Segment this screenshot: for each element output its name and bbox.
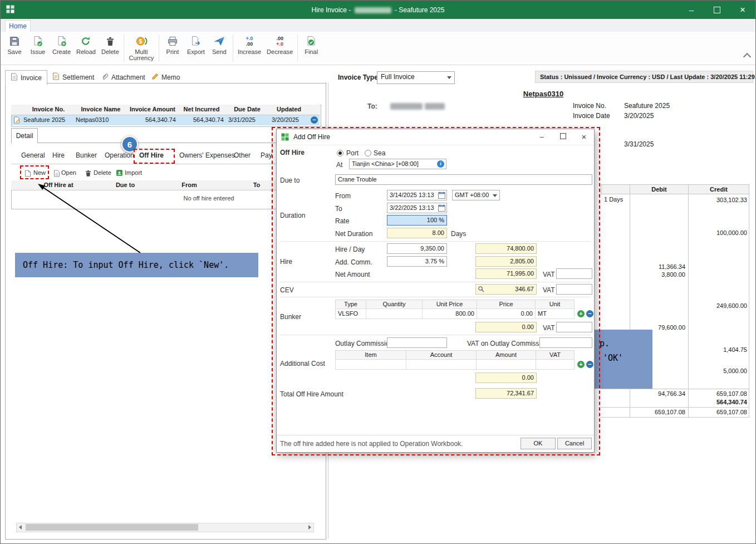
invoice-type-select[interactable]: Full Invoice xyxy=(377,71,455,84)
col-invoice-amount[interactable]: Invoice Amount xyxy=(127,105,179,115)
ribbon-collapse-icon[interactable] xyxy=(743,53,751,61)
increase-decimal-button[interactable]: +.0.00 Increase xyxy=(235,32,264,65)
subtab-pay[interactable]: Pay xyxy=(261,151,272,159)
redacted-recipient xyxy=(425,103,445,110)
subtab-other[interactable]: Other xyxy=(234,151,251,159)
col-invoice-no[interactable]: Invoice No. xyxy=(22,105,75,115)
send-label: Send xyxy=(212,49,227,55)
memo-tab-label: Memo xyxy=(161,73,180,81)
decrease-decimal-button[interactable]: .00+.0 Decrease xyxy=(264,32,296,65)
balance-value: 564,340.74 xyxy=(690,399,747,405)
ribbon-separator xyxy=(297,35,298,62)
col-invoice-name[interactable]: Invoice Name xyxy=(75,105,127,115)
decrease-label: Decrease xyxy=(267,49,293,55)
invoice-tab-label: Invoice xyxy=(21,74,42,82)
subtab-owners-expenses[interactable]: Owners' Expenses xyxy=(179,151,235,159)
table-row[interactable]: Seafuture 2025 Netpas0310 564,340.74 564… xyxy=(12,115,320,125)
maximize-button[interactable] xyxy=(704,1,730,19)
callout-ok-line2: 'OK' xyxy=(603,353,623,363)
paperclip-icon xyxy=(101,72,109,82)
col-due-to[interactable]: Due to xyxy=(95,180,156,190)
collapse-row-icon[interactable]: − xyxy=(311,116,318,124)
preview-doc-title: Netpas0310 xyxy=(502,90,585,98)
send-button[interactable]: Send xyxy=(208,32,231,65)
preview-col-debit: Debit xyxy=(630,184,689,194)
reload-button[interactable]: Reload xyxy=(73,32,99,65)
col-from[interactable]: From xyxy=(156,180,223,190)
delete-row-button[interactable]: Delete xyxy=(94,169,111,176)
grid-line xyxy=(601,417,749,418)
scroll-right-icon[interactable] xyxy=(308,525,311,530)
horizontal-scrollbar[interactable] xyxy=(16,523,314,532)
debit-grand-total: 659,107.08 xyxy=(631,409,685,415)
invoice-type-label: Invoice Type xyxy=(338,73,378,81)
multi-currency-label: Multi Currency xyxy=(129,49,154,61)
ribbon-separator xyxy=(124,35,124,62)
callout-ok-line1: p. xyxy=(600,339,610,349)
row-indicator-header xyxy=(11,180,23,190)
window-title: Hire Invoice - - Seafuture 2025 xyxy=(1,6,755,14)
credit-total: 659,107.08 xyxy=(690,390,747,397)
open-icon xyxy=(53,170,60,179)
close-button[interactable]: × xyxy=(730,1,755,19)
create-button[interactable]: Create xyxy=(50,32,73,65)
chevron-down-icon xyxy=(447,76,451,79)
export-label: Export xyxy=(187,49,205,55)
credit-grand-total: 659,107.08 xyxy=(690,409,747,415)
ribbon-toolbar: Save Issue Create Reload Delete $ Multi … xyxy=(1,32,756,65)
create-label: Create xyxy=(52,49,71,55)
col-updated[interactable]: Updated xyxy=(269,105,309,115)
subtab-bunker[interactable]: Bunker xyxy=(76,151,97,159)
col-due-date[interactable]: Due Date xyxy=(225,105,270,115)
save-button[interactable]: Save xyxy=(3,32,26,65)
subtab-operation[interactable]: Operation xyxy=(105,151,134,159)
export-button[interactable]: Export xyxy=(184,32,208,65)
col-off-hire-at[interactable]: Off Hire at xyxy=(22,180,95,190)
reload-icon xyxy=(80,35,91,47)
grid-line xyxy=(688,184,689,417)
redacted-text xyxy=(355,7,391,13)
col-net-incurred[interactable]: Net Incurred xyxy=(178,105,225,115)
window-title-suffix: - Seafuture 2025 xyxy=(393,6,445,14)
delete-button[interactable]: Delete xyxy=(99,32,122,65)
tab-settlement[interactable]: Settlement xyxy=(47,70,99,84)
credit-value: 249,600.00 xyxy=(690,302,747,309)
tab-attachment[interactable]: Attachment xyxy=(96,70,150,84)
app-icon xyxy=(6,5,14,15)
delete-icon xyxy=(105,35,116,47)
grid-line xyxy=(749,184,749,417)
send-icon xyxy=(213,35,225,47)
print-button[interactable]: Print xyxy=(161,32,184,65)
save-label: Save xyxy=(7,49,21,55)
debit-value: 3,800.00 xyxy=(631,271,685,278)
trash-icon xyxy=(85,169,92,179)
tab-invoice[interactable]: Invoice xyxy=(5,70,47,85)
callout-off-hire: Off Hire: To input Off Hire, click `New'… xyxy=(15,253,258,277)
issue-button[interactable]: Issue xyxy=(26,32,50,65)
print-icon xyxy=(167,35,178,47)
preview-invoice-no: Seafuture 2025 xyxy=(624,102,670,110)
debit-value: 11,366.34 xyxy=(631,263,685,270)
invoice-tab-icon xyxy=(11,73,18,82)
scroll-left-icon[interactable] xyxy=(19,525,22,530)
preview-due-date: 3/31/2025 xyxy=(624,140,654,148)
decrease-decimal-icon: .00+.0 xyxy=(276,35,283,47)
debit-total: 94,766.34 xyxy=(631,390,685,397)
days-fragment: 1 Days xyxy=(604,196,623,203)
svg-text:$: $ xyxy=(139,38,143,44)
tab-detail[interactable]: Detail xyxy=(11,128,38,143)
final-button[interactable]: Final xyxy=(300,32,323,65)
tab-memo[interactable]: Memo xyxy=(146,70,185,84)
minimize-button[interactable]: – xyxy=(679,1,704,19)
cell-invoice-no: Seafuture 2025 xyxy=(23,115,73,125)
subtab-general[interactable]: General xyxy=(21,151,45,159)
scrollbar-thumb[interactable] xyxy=(26,524,198,531)
multi-currency-button[interactable]: $ Multi Currency xyxy=(126,32,157,65)
open-button[interactable]: Open xyxy=(61,169,76,176)
settlement-tab-icon xyxy=(52,72,60,82)
import-button[interactable]: Import xyxy=(125,169,142,176)
export-icon xyxy=(190,35,202,47)
tab-home[interactable]: Home xyxy=(5,20,31,32)
settlement-tab-label: Settlement xyxy=(62,73,94,81)
subtab-hire[interactable]: Hire xyxy=(52,151,65,159)
